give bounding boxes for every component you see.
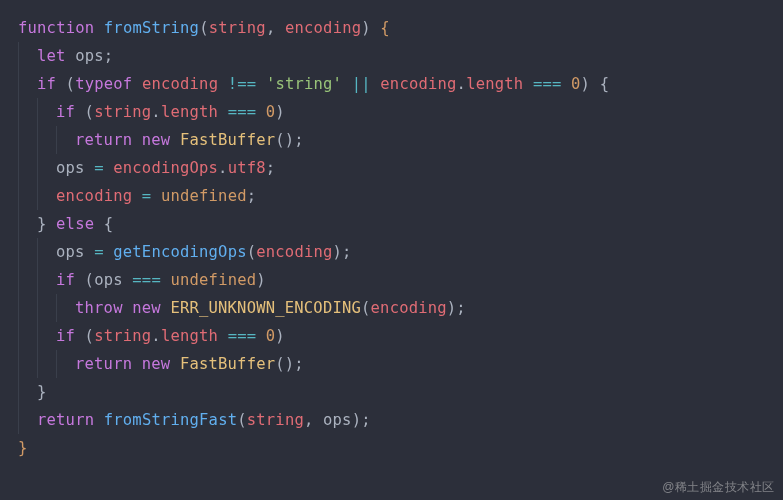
code-token: || [352,75,371,93]
indent-guide [37,294,56,322]
indent-guide [18,266,37,294]
code-token: FastBuffer [180,355,275,373]
code-token: === [228,327,257,345]
code-token: ) [275,103,285,121]
code-token [123,271,133,289]
code-token: ); [333,243,352,261]
code-line: return new FastBuffer(); [18,350,765,378]
code-line: ops = getEncodingOps(encoding); [18,238,765,266]
indent-guide [18,126,37,154]
code-line: if (string.length === 0) [18,322,765,350]
indent-guide [18,322,37,350]
code-token [132,131,142,149]
code-token: ) [361,19,380,37]
code-token: ; [266,159,276,177]
code-token: encoding [371,299,447,317]
code-token: ( [75,271,94,289]
code-token: undefined [161,187,247,205]
code-token [94,19,104,37]
code-token: string [94,327,151,345]
code-token: !== [228,75,257,93]
code-token: ; [104,47,114,65]
code-token: . [457,75,467,93]
code-line: } else { [18,210,765,238]
code-token: ) [275,327,285,345]
code-token: ops [56,159,85,177]
code-token [85,159,95,177]
code-token: ) { [581,75,610,93]
code-line: ops = encodingOps.utf8; [18,154,765,182]
code-token: } [37,215,56,233]
code-token: . [151,103,161,121]
code-token [151,187,161,205]
code-line: } [18,378,765,406]
code-token [371,75,381,93]
code-token: length [466,75,523,93]
code-token: new [142,355,171,373]
code-token: { [380,19,390,37]
code-token: new [142,131,171,149]
code-token: FastBuffer [180,131,275,149]
code-token: typeof [75,75,132,93]
code-token [66,47,76,65]
code-token [123,299,133,317]
code-token [218,327,228,345]
code-token: utf8 [228,159,266,177]
code-token: function [18,19,94,37]
code-token: 0 [571,75,581,93]
code-token: ops [56,243,85,261]
code-token: new [132,299,161,317]
code-token: === [132,271,161,289]
code-token: throw [75,299,123,317]
indent-guide [37,154,56,182]
indent-guide [56,350,75,378]
watermark: @稀土掘金技术社区 [662,479,775,496]
code-token [523,75,533,93]
code-token [170,355,180,373]
indent-guide [37,182,56,210]
code-token: ( [199,19,209,37]
code-line: throw new ERR_UNKNOWN_ENCODING(encoding)… [18,294,765,322]
code-token: undefined [170,271,256,289]
code-line: function fromString(string, encoding) { [18,14,765,42]
code-token: ( [75,103,94,121]
code-token: , [304,411,323,429]
code-token: ; [247,187,257,205]
indent-guide [56,294,75,322]
indent-guide [37,126,56,154]
indent-guide [18,182,37,210]
code-token: } [37,383,47,401]
code-token: fromString [104,19,199,37]
code-token: if [56,103,75,121]
indent-guide [37,350,56,378]
indent-guide [37,266,56,294]
indent-guide [18,154,37,182]
code-token: = [142,187,152,205]
code-token: ( [75,327,94,345]
code-token: ( [237,411,247,429]
code-token [85,243,95,261]
code-token: { [94,215,113,233]
indent-guide [18,378,37,406]
code-line: let ops; [18,42,765,70]
code-token: return [75,131,132,149]
code-token: 0 [266,327,276,345]
code-token [218,103,228,121]
code-token: ); [352,411,371,429]
code-token [132,187,142,205]
code-token [561,75,571,93]
code-token: (); [275,355,304,373]
code-token: string [94,103,151,121]
code-token: string [247,411,304,429]
code-token: length [161,327,218,345]
code-token: (); [275,131,304,149]
code-token [218,75,228,93]
code-token: ERR_UNKNOWN_ENCODING [170,299,361,317]
code-token: encoding [256,243,332,261]
code-token: fromStringFast [104,411,237,429]
code-line: if (string.length === 0) [18,98,765,126]
code-token [342,75,352,93]
code-token: = [94,243,104,261]
indent-guide [56,126,75,154]
code-line: if (ops === undefined) [18,266,765,294]
